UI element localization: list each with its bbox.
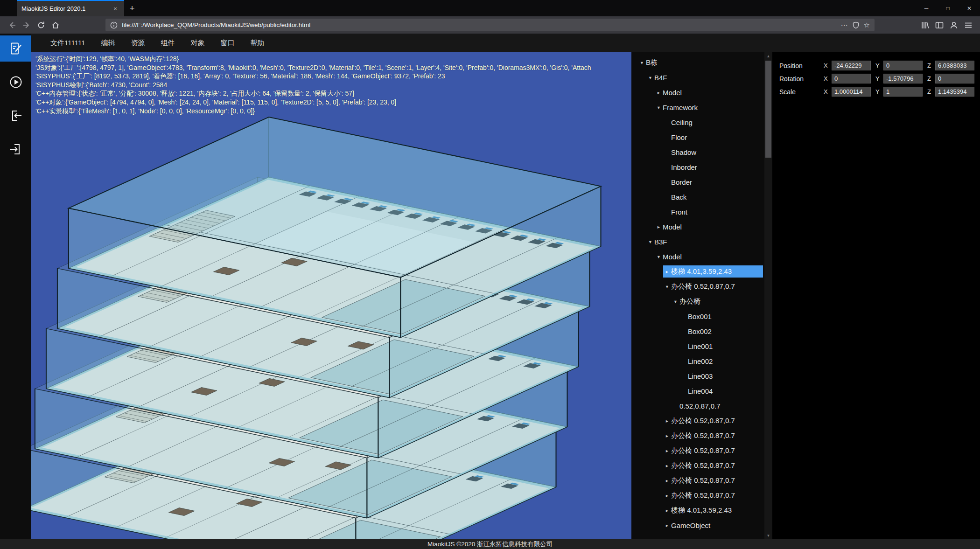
tree-item[interactable]: ▸办公椅 0.52,0.87,0.7 — [631, 428, 764, 443]
tree-item[interactable]: ▾办公椅 0.52,0.87,0.7 — [631, 279, 764, 294]
browser-tab[interactable]: MiaokitJS Editor 2020.1 × — [17, 0, 124, 16]
scroll-up-icon[interactable]: ▲ — [764, 52, 772, 60]
chevron-down-icon[interactable]: ▾ — [655, 104, 663, 110]
tree-item[interactable]: Line002 — [631, 354, 764, 368]
menu-item-window[interactable]: 窗口 — [213, 34, 243, 52]
bookmark-star-icon[interactable]: ☆ — [864, 21, 870, 29]
chevron-down-icon[interactable]: ▾ — [646, 239, 654, 244]
scrollbar-thumb[interactable] — [765, 61, 771, 158]
menu-item-objects[interactable]: 对象 — [183, 34, 213, 52]
scale-x-input[interactable] — [832, 87, 871, 97]
chevron-down-icon[interactable]: ▾ — [672, 299, 679, 304]
scrollbar-track[interactable] — [764, 60, 772, 532]
shield-icon[interactable] — [852, 21, 860, 29]
rail-import-button[interactable] — [0, 103, 31, 129]
rotation-x-input[interactable] — [832, 74, 871, 83]
menu-item-edit[interactable]: 编辑 — [93, 34, 123, 52]
tree-item[interactable]: ▸办公椅 0.52,0.87,0.7 — [631, 413, 764, 428]
tree-item[interactable]: ▸办公椅 0.52,0.87,0.7 — [631, 443, 764, 458]
tree-item[interactable]: Box001 — [631, 309, 764, 324]
tree-item[interactable]: ▾B3F — [631, 234, 764, 249]
window-close-button[interactable]: ✕ — [959, 0, 980, 16]
tree-item[interactable]: Line001 — [631, 339, 764, 354]
tree-item[interactable]: ▾Framework — [631, 100, 764, 115]
scale-z-input[interactable] — [935, 87, 974, 97]
chevron-right-icon[interactable]: ▸ — [663, 507, 671, 513]
tree-item[interactable]: ▸办公椅 0.52,0.87,0.7 — [631, 488, 764, 503]
menu-item-components[interactable]: 组件 — [153, 34, 183, 52]
tree-item[interactable]: Line004 — [631, 383, 764, 398]
tree-item[interactable]: 0.52,0.87,0.7 — [631, 398, 764, 413]
chevron-right-icon[interactable]: ▸ — [663, 463, 671, 468]
rail-play-button[interactable] — [0, 69, 31, 95]
tree-item[interactable]: Line003 — [631, 368, 764, 383]
tree-item[interactable]: ▾B4F — [631, 70, 764, 85]
rotation-z-input[interactable] — [935, 74, 974, 83]
rail-export-button[interactable] — [0, 136, 31, 162]
position-y-input[interactable] — [883, 61, 923, 70]
tree-item[interactable]: ▸GameObject — [631, 518, 764, 533]
tree-item[interactable]: ▸办公椅 0.52,0.87,0.7 — [631, 458, 764, 473]
chevron-right-icon[interactable]: ▸ — [663, 522, 671, 528]
url-text[interactable]: file:///F:/Workplace_QQM/Products/Miaoki… — [122, 21, 837, 28]
debug-overlay-line: 'SISYPHUS':{'工厂': [8192, 5373, 2819], '着… — [35, 72, 591, 81]
tree-item[interactable]: ▾办公椅 — [631, 294, 764, 309]
tree-item-label: Back — [671, 193, 686, 201]
sidebar-icon — [935, 21, 944, 30]
account-button[interactable] — [946, 18, 961, 32]
menu-item-help[interactable]: 帮助 — [243, 34, 273, 52]
menu-item-assets[interactable]: 资源 — [123, 34, 153, 52]
chevron-down-icon[interactable]: ▾ — [638, 60, 646, 65]
back-button[interactable] — [5, 18, 19, 32]
page-actions-icon[interactable]: ⋯ — [841, 21, 848, 29]
position-x-input[interactable] — [832, 61, 871, 70]
tree-item[interactable]: Shadow — [631, 145, 764, 160]
new-tab-button[interactable]: + — [124, 0, 140, 16]
url-bar[interactable]: file:///F:/Workplace_QQM/Products/Miaoki… — [105, 19, 875, 31]
scroll-down-icon[interactable]: ▼ — [764, 532, 772, 539]
tree-item[interactable]: Ceiling — [631, 115, 764, 130]
3d-scene-canvas[interactable] — [31, 52, 631, 539]
tree-item[interactable]: Inborder — [631, 160, 764, 174]
chevron-right-icon[interactable]: ▸ — [663, 478, 671, 483]
rail-scene-edit-button[interactable] — [0, 35, 31, 62]
chevron-right-icon[interactable]: ▸ — [663, 433, 671, 438]
tree-item[interactable]: ▸楼梯 4.01,3.59,2.43 — [631, 264, 764, 279]
tree-item[interactable]: ▸Model — [631, 219, 764, 234]
tree-scrollbar[interactable]: ▲ ▼ — [764, 52, 772, 539]
tree-item[interactable]: ▸楼梯 4.01,3.59,2.43 — [631, 503, 764, 518]
viewport-3d[interactable]: '系统运行':{'时间':129, '帧率':40, 'WASM内存':128}… — [31, 52, 631, 539]
chevron-down-icon[interactable]: ▾ — [646, 75, 654, 80]
position-z-input[interactable] — [935, 61, 974, 70]
tree-item[interactable]: Border — [631, 174, 764, 189]
forward-button[interactable] — [19, 18, 34, 32]
home-button[interactable] — [48, 18, 63, 32]
tree-item[interactable]: Box002 — [631, 324, 764, 339]
scale-y-input[interactable] — [883, 87, 923, 97]
chevron-down-icon[interactable]: ▾ — [663, 284, 671, 289]
chevron-right-icon[interactable]: ▸ — [663, 448, 671, 453]
info-icon[interactable] — [110, 21, 118, 29]
tree-item[interactable]: Floor — [631, 130, 764, 145]
tree-item[interactable]: ▸Model — [631, 85, 764, 100]
tree-item[interactable]: Back — [631, 189, 764, 204]
tab-close-icon[interactable]: × — [111, 5, 119, 12]
tree-item[interactable]: Front — [631, 204, 764, 219]
tree-item[interactable]: ▸办公椅 0.52,0.87,0.7 — [631, 473, 764, 488]
menu-item-file[interactable]: 文件111111 — [42, 34, 93, 52]
app-menu-button[interactable] — [961, 18, 975, 32]
chevron-right-icon[interactable]: ▸ — [663, 418, 671, 424]
chevron-right-icon[interactable]: ▸ — [655, 224, 663, 229]
chevron-down-icon[interactable]: ▾ — [655, 254, 663, 259]
rotation-y-input[interactable] — [883, 74, 923, 83]
library-button[interactable] — [917, 18, 932, 32]
sidebar-toggle-button[interactable] — [932, 18, 946, 32]
window-maximize-button[interactable]: □ — [937, 0, 959, 16]
tree-item[interactable]: ▾Model — [631, 249, 764, 264]
chevron-right-icon[interactable]: ▸ — [663, 493, 671, 498]
reload-button[interactable] — [34, 18, 48, 32]
window-minimize-button[interactable]: ─ — [916, 0, 937, 16]
tree-item[interactable]: ▾B栋 — [631, 55, 764, 70]
chevron-right-icon[interactable]: ▸ — [663, 269, 671, 274]
chevron-right-icon[interactable]: ▸ — [655, 90, 663, 95]
